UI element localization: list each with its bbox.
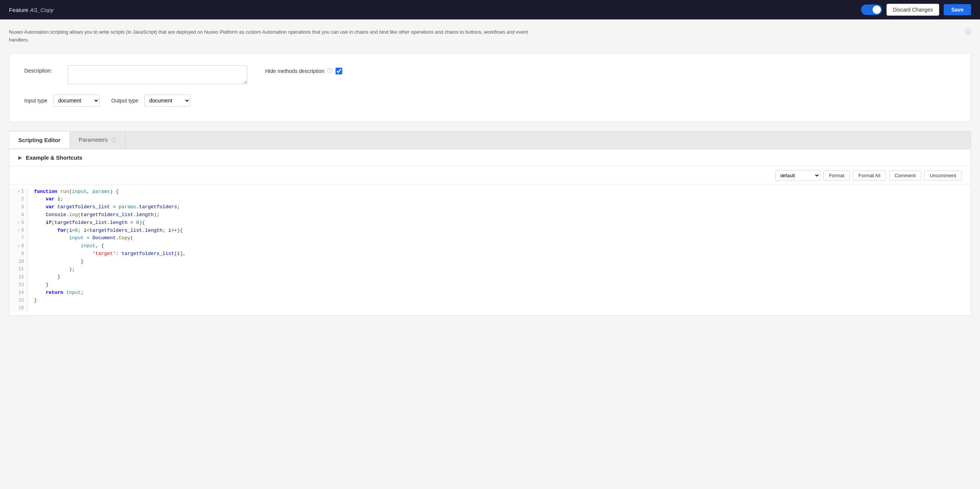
- output-type-label: Output type: [111, 98, 138, 103]
- code-line: if(targetfolders_list.length > 0){: [34, 219, 965, 227]
- navbar: Feature AS_Copy Discard Changes Save: [0, 0, 980, 19]
- code-line: );: [34, 266, 965, 274]
- code-line: input = Document.Copy(: [34, 234, 965, 242]
- description-input[interactable]: [68, 65, 247, 84]
- description-label: Description:: [24, 65, 62, 74]
- editor-section: ▶ Example & Shortcuts default monokai ec…: [10, 149, 970, 316]
- format-button[interactable]: Format: [823, 170, 850, 181]
- code-line: return input;: [34, 289, 965, 297]
- code-line: var targetfolders_list = params.targetfo…: [34, 203, 965, 211]
- code-line: function run(input, params) {: [34, 188, 965, 196]
- io-type-row: Input type document blob documents void …: [24, 95, 956, 106]
- tabs-header: Scripting Editor Parameters ⓘ: [10, 131, 970, 149]
- info-icon[interactable]: ⓘ: [965, 29, 971, 36]
- code-line: }: [34, 273, 965, 281]
- toggle-knob: [873, 6, 881, 14]
- editor-toolbar: default monokai eclipse dracula Format F…: [10, 167, 970, 185]
- code-line: for(i=0; i<targetfolders_list.length; i+…: [34, 227, 965, 235]
- code-line: var i;: [34, 195, 965, 203]
- main-content: Nuxeo Automation scripting allows you to…: [0, 19, 980, 316]
- code-line: input, {: [34, 242, 965, 250]
- tabs-section: Scripting Editor Parameters ⓘ ▶ Example …: [9, 131, 971, 316]
- input-type-select[interactable]: document blob documents void: [54, 95, 100, 106]
- description-row: Description: Hide methods description ⓘ: [24, 65, 956, 84]
- save-button[interactable]: Save: [944, 4, 971, 15]
- hide-methods-info-icon[interactable]: ⓘ: [327, 68, 332, 75]
- format-all-button[interactable]: Format All: [853, 170, 886, 181]
- collapse-arrow-icon: ▶: [18, 155, 22, 160]
- parameters-info-icon: ⓘ: [111, 137, 116, 143]
- hide-methods-checkbox[interactable]: [336, 68, 342, 75]
- navbar-actions: Discard Changes Save: [861, 4, 971, 16]
- code-line: }: [34, 281, 965, 289]
- output-type-select[interactable]: document blob documents void: [145, 95, 190, 106]
- tab-scripting-editor[interactable]: Scripting Editor: [10, 132, 70, 148]
- code-line: Console.log(targetfolders_list.length);: [34, 211, 965, 219]
- code-line: }: [34, 297, 965, 305]
- uncomment-button[interactable]: Uncomment: [924, 170, 962, 181]
- example-shortcuts-title: Example & Shortcuts: [26, 154, 82, 161]
- code-line: [34, 305, 965, 313]
- tab-parameters[interactable]: Parameters ⓘ: [70, 131, 126, 149]
- page-description: Nuxeo Automation scripting allows you to…: [9, 29, 533, 44]
- hide-methods-label: Hide methods description: [265, 68, 324, 74]
- page-title: Feature AS_Copy: [9, 7, 54, 13]
- main-card: Description: Hide methods description ⓘ …: [9, 53, 971, 122]
- input-type-label: Input type: [24, 98, 48, 103]
- theme-select[interactable]: default monokai eclipse dracula: [775, 170, 820, 181]
- enabled-toggle[interactable]: [861, 5, 882, 15]
- example-shortcuts-header[interactable]: ▶ Example & Shortcuts: [10, 149, 970, 167]
- code-line: }: [34, 258, 965, 266]
- line-numbers: ▾1 2 3 4 ▾5 ▾6 7 ▾8 9 10 11 12 13 14 15 …: [10, 188, 28, 313]
- code-line: 'target': targetfolders_list[i],: [34, 250, 965, 258]
- discard-changes-button[interactable]: Discard Changes: [886, 4, 939, 16]
- code-content[interactable]: function run(input, params) { var i; var…: [28, 188, 970, 313]
- hide-methods-container: Hide methods description ⓘ: [265, 65, 342, 75]
- comment-button[interactable]: Comment: [889, 170, 921, 181]
- code-editor[interactable]: ▾1 2 3 4 ▾5 ▾6 7 ▾8 9 10 11 12 13 14 15 …: [10, 185, 970, 316]
